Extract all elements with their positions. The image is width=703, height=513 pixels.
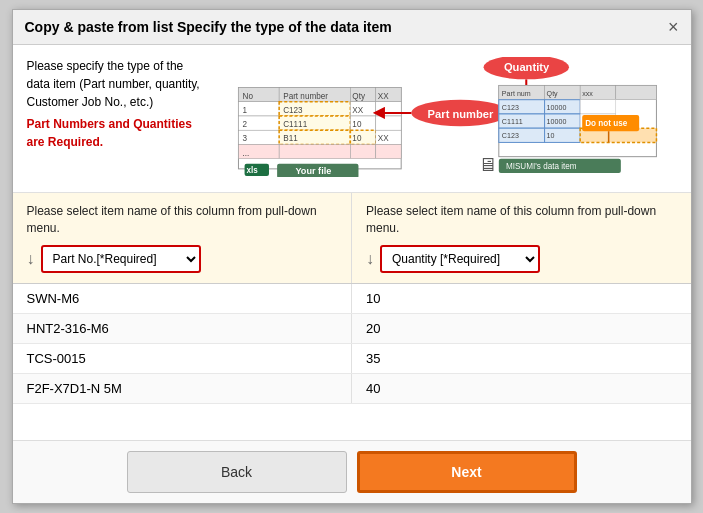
column1-select-row: ↓ Part No.[*Required] Quantity [*Require…: [27, 245, 338, 273]
svg-text:Part num: Part num: [501, 90, 530, 98]
svg-text:C123: C123: [501, 132, 518, 140]
svg-text:XX: XX: [377, 92, 388, 101]
svg-text:3: 3: [242, 134, 247, 143]
table-row: TCS-001535: [13, 343, 691, 373]
table-row: SWN-M610: [13, 284, 691, 314]
column2-select[interactable]: Part No.[*Required] Quantity [*Required]…: [380, 245, 540, 273]
svg-text:C123: C123: [501, 104, 518, 112]
table-cell-qty: 20: [352, 313, 691, 343]
data-table: SWN-M610HNT2-316-M620TCS-001535F2F-X7D1-…: [13, 284, 691, 440]
svg-text:XX: XX: [377, 134, 388, 143]
svg-text:10000: 10000: [546, 104, 566, 112]
svg-text:...: ...: [242, 149, 249, 158]
svg-text:xxx: xxx: [582, 90, 593, 98]
columns-section: Please select item name of this column f…: [13, 193, 691, 284]
svg-text:No: No: [242, 92, 253, 101]
column1-select[interactable]: Part No.[*Required] Quantity [*Required]…: [41, 245, 201, 273]
svg-text:Part number: Part number: [427, 108, 493, 120]
dialog-body: Please specify the type of the data item…: [13, 45, 691, 440]
diagram-area: No Part number Qty XX 1 C123 XX: [223, 57, 677, 180]
svg-text:Qty: Qty: [352, 92, 366, 101]
svg-text:Do not use: Do not use: [585, 119, 627, 128]
instruction-text: Please specify the type of the data item…: [27, 57, 207, 111]
close-button[interactable]: ×: [668, 18, 679, 36]
column1-panel: Please select item name of this column f…: [13, 193, 353, 283]
svg-text:C1111: C1111: [501, 118, 522, 126]
table-row: HNT2-316-M620: [13, 313, 691, 343]
table-cell-part: SWN-M6: [13, 284, 352, 314]
svg-text:🖥: 🖥: [478, 154, 496, 175]
svg-text:C1111: C1111: [283, 120, 307, 129]
table-cell-qty: 35: [352, 343, 691, 373]
svg-text:Qty: Qty: [546, 90, 558, 98]
table-cell-part: F2F-X7D1-N 5M: [13, 373, 352, 403]
items-table: SWN-M610HNT2-316-M620TCS-001535F2F-X7D1-…: [13, 284, 691, 404]
svg-text:XX: XX: [352, 106, 363, 115]
svg-text:1: 1: [242, 106, 247, 115]
column2-arrow-icon: ↓: [366, 250, 374, 268]
table-cell-part: TCS-0015: [13, 343, 352, 373]
table-cell-part: HNT2-316-M6: [13, 313, 352, 343]
svg-text:10: 10: [352, 120, 362, 129]
svg-text:10000: 10000: [546, 118, 566, 126]
dialog-header: Copy & paste from list Specify the type …: [13, 10, 691, 45]
svg-rect-19: [375, 116, 400, 130]
next-button[interactable]: Next: [357, 451, 577, 493]
instructions: Please specify the type of the data item…: [27, 57, 207, 180]
svg-text:C123: C123: [283, 106, 303, 115]
required-note: Part Numbers and Quantities are Required…: [27, 115, 207, 151]
dialog-footer: Back Next: [13, 440, 691, 503]
column1-arrow-icon: ↓: [27, 250, 35, 268]
table-cell-qty: 40: [352, 373, 691, 403]
diagram-svg: No Part number Qty XX 1 C123 XX: [223, 57, 677, 177]
column1-label: Please select item name of this column f…: [27, 203, 338, 237]
svg-text:10: 10: [546, 132, 554, 140]
dialog-title: Copy & paste from list Specify the type …: [25, 19, 392, 35]
svg-text:Quantity: Quantity: [503, 61, 549, 73]
table-row: F2F-X7D1-N 5M40: [13, 373, 691, 403]
svg-rect-50: [615, 85, 656, 99]
column2-panel: Please select item name of this column f…: [352, 193, 691, 283]
top-section: Please specify the type of the data item…: [13, 45, 691, 193]
svg-text:Your file: Your file: [295, 166, 331, 176]
svg-rect-32: [279, 144, 350, 158]
column2-select-row: ↓ Part No.[*Required] Quantity [*Require…: [366, 245, 677, 273]
svg-rect-56: [580, 100, 616, 114]
svg-text:Part number: Part number: [283, 92, 328, 101]
back-button[interactable]: Back: [127, 451, 347, 493]
svg-text:10: 10: [352, 134, 362, 143]
svg-text:B11: B11: [283, 134, 298, 143]
svg-rect-33: [350, 144, 375, 158]
svg-rect-34: [375, 144, 400, 158]
svg-text:xls: xls: [246, 166, 258, 175]
svg-text:2: 2: [242, 120, 247, 129]
table-cell-qty: 10: [352, 284, 691, 314]
dialog: Copy & paste from list Specify the type …: [12, 9, 692, 504]
svg-text:MISUMI's data item: MISUMI's data item: [505, 162, 576, 171]
column2-label: Please select item name of this column f…: [366, 203, 677, 237]
